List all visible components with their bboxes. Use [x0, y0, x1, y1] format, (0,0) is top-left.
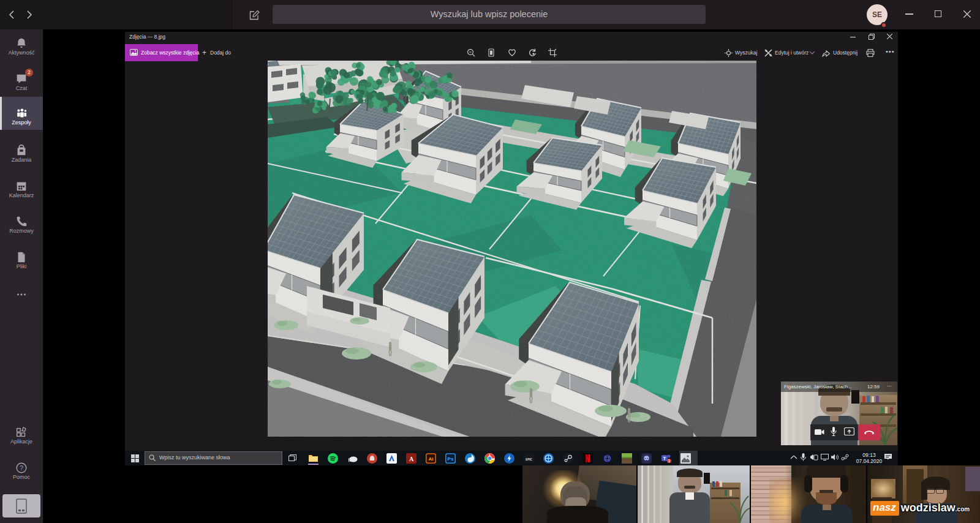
svg-text:EPIC: EPIC — [526, 458, 532, 461]
svg-text:Ai: Ai — [429, 456, 434, 462]
svg-text:?: ? — [20, 465, 23, 472]
svg-text:A: A — [409, 456, 414, 462]
svg-text:Ps: Ps — [448, 456, 454, 462]
svg-text:1: 1 — [668, 459, 671, 463]
svg-text:T: T — [663, 456, 666, 461]
